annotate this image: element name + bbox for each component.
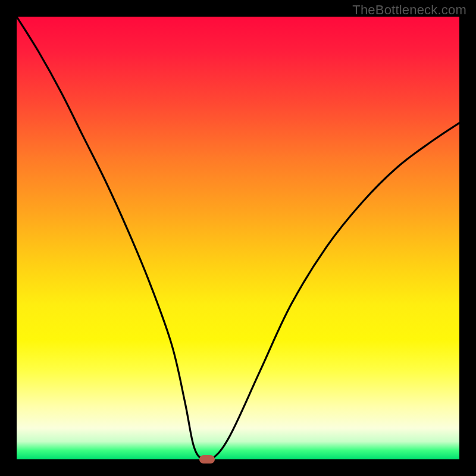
chart-frame: TheBottleneck.com — [0, 0, 476, 476]
watermark-text: TheBottleneck.com — [352, 2, 466, 18]
plot-area — [17, 17, 459, 459]
minimum-marker — [199, 455, 215, 464]
bottleneck-curve — [17, 17, 459, 459]
